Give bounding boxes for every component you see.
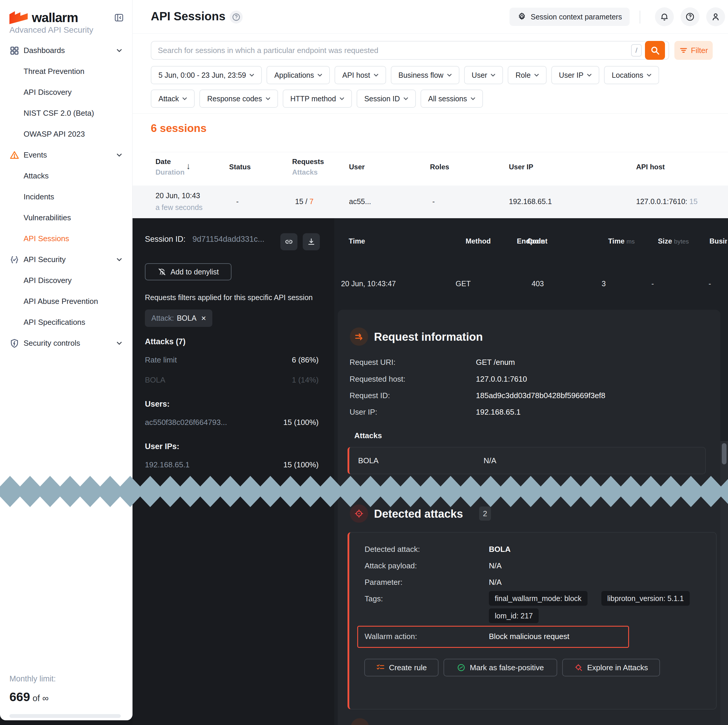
rq-col-time[interactable]: Time: [349, 237, 365, 245]
gear-icon: [517, 12, 526, 21]
search-button[interactable]: [645, 41, 665, 60]
col-requests[interactable]: Requests: [292, 158, 324, 166]
stat-user-label[interactable]: ac550f38c026f664793...: [145, 418, 227, 427]
detected-attack-value: BOLA: [489, 545, 511, 554]
monthly-limit-value: 669 of ∞: [9, 690, 124, 704]
chevron-down-icon: [447, 73, 452, 77]
chip-label: Attack:: [151, 314, 174, 323]
logo[interactable]: wallarm: [9, 10, 125, 25]
filter-user[interactable]: User: [464, 66, 503, 84]
tag-lom-id[interactable]: lom_id: 217: [489, 609, 538, 623]
session-id-label: Session ID:: [145, 235, 185, 243]
sidebar-item-api-discovery[interactable]: API Discovery: [0, 270, 133, 291]
attack-bola-card[interactable]: BOLA N/A: [347, 447, 706, 474]
account-button[interactable]: [706, 8, 725, 26]
sidebar-item-api-specifications[interactable]: API Specifications: [0, 312, 133, 333]
session-context-parameters-button[interactable]: Session context parameters: [509, 8, 630, 26]
filter-button-label: Filter: [691, 46, 708, 55]
rq-col-business[interactable]: Busin: [710, 237, 727, 245]
sidebar-collapse-button[interactable]: [113, 12, 125, 24]
sidebar-item-threat-prevention[interactable]: Threat Prevention: [0, 61, 133, 82]
session-requests: 15 / 7: [295, 197, 314, 206]
close-icon[interactable]: ×: [201, 314, 206, 323]
col-status[interactable]: Status: [229, 163, 251, 171]
user-ip-label: User IP:: [350, 408, 377, 417]
filter-api-host[interactable]: API host: [335, 66, 386, 84]
create-rule-button[interactable]: Create rule: [364, 659, 439, 676]
sidebar-item-nist-csf[interactable]: NIST CSF 2.0 (Beta): [0, 103, 133, 124]
explore-in-attacks-button[interactable]: Explore in Attacks: [562, 659, 660, 676]
search-input[interactable]: [158, 42, 617, 59]
col-duration[interactable]: Duration: [156, 168, 185, 176]
sidebar-item-api-abuse-prevention[interactable]: API Abuse Prevention: [0, 291, 133, 312]
filter-http-method[interactable]: HTTP method: [283, 90, 352, 108]
stat-rate-limit-label[interactable]: Rate limit: [145, 355, 177, 364]
warning-triangle-icon: [10, 150, 19, 160]
requested-host-label: Requested host:: [350, 375, 405, 384]
filter-applications[interactable]: Applications: [266, 66, 330, 84]
mark-false-positive-button[interactable]: Mark as false-positive: [444, 659, 557, 676]
filter-user-ip[interactable]: User IP: [551, 66, 599, 84]
col-user-ip[interactable]: User IP: [509, 163, 533, 171]
attack-bola-filter-chip[interactable]: Attack: BOLA ×: [145, 309, 213, 327]
stat-ip-label[interactable]: 192.168.65.1: [145, 460, 190, 470]
col-attacks[interactable]: Attacks: [292, 168, 318, 176]
detail-scrollbar-thumb[interactable]: [722, 443, 726, 464]
stat-bola-label[interactable]: BOLA: [145, 375, 165, 385]
attacks-subheading: Attacks: [354, 431, 382, 440]
tag-final-wallarm-mode[interactable]: final_wallarm_mode: block: [489, 591, 587, 606]
monthly-limit-progressbar: [9, 714, 121, 718]
sidebar-item-attacks[interactable]: Attacks: [0, 165, 133, 187]
copy-link-button[interactable]: [280, 233, 297, 250]
requested-host-value: 127.0.0.1:7610: [476, 375, 527, 384]
download-button[interactable]: [303, 233, 320, 250]
user-ip-value: 192.168.65.1: [476, 408, 521, 417]
page-help-button[interactable]: [230, 11, 243, 24]
filter-attack[interactable]: Attack: [151, 90, 195, 108]
rq-col-code[interactable]: Code: [527, 237, 545, 245]
rq-col-method[interactable]: Method: [466, 237, 491, 245]
sort-desc-icon[interactable]: ↓: [186, 161, 191, 171]
wallarm-logo-icon: [9, 11, 28, 24]
sidebar-item-events[interactable]: Events: [0, 145, 133, 165]
nav-label: Dashboards: [24, 46, 65, 55]
chevron-down-icon: [340, 97, 344, 100]
filter-business-flow[interactable]: Business flow: [391, 66, 459, 84]
rq-col-size[interactable]: Size bytes: [658, 237, 689, 245]
detected-attacks-title: Detected attacks: [374, 508, 463, 520]
sidebar-item-vulnerabilities[interactable]: Vulnerabilities: [0, 207, 133, 228]
rq-col-time-ms[interactable]: Time ms: [608, 237, 635, 245]
col-user[interactable]: User: [349, 163, 365, 171]
col-roles[interactable]: Roles: [430, 163, 449, 171]
notifications-button[interactable]: [655, 8, 674, 26]
sessions-count-heading: 6 sessions: [151, 122, 206, 135]
sidebar-item-api-security[interactable]: API Security: [0, 249, 133, 270]
filter-response-codes[interactable]: Response codes: [199, 90, 278, 108]
sidebar-item-dashboards[interactable]: Dashboards: [0, 40, 133, 61]
filter-role[interactable]: Role: [508, 66, 546, 84]
sidebar-item-owasp-api[interactable]: OWASP API 2023: [0, 124, 133, 145]
request-uri-label: Request URI:: [350, 358, 396, 367]
request-business: -: [708, 280, 711, 288]
session-row[interactable]: 20 Jun, 10:43 a few seconds - 15 / 7 ac5…: [133, 185, 728, 218]
sidebar-item-api-sessions[interactable]: API Sessions: [0, 228, 133, 249]
sidebar-item-incidents[interactable]: Incidents: [0, 187, 133, 207]
session-filters-note: Requests filters applied for this specif…: [145, 293, 313, 302]
filter-date-range[interactable]: 5 Jun, 0:00 - 23 Jun, 23:59: [151, 66, 262, 84]
filter-locations[interactable]: Locations: [604, 66, 659, 84]
col-api-host[interactable]: API host: [636, 163, 665, 171]
infinity-icon: ∞: [43, 693, 49, 703]
filter-session-id[interactable]: Session ID: [356, 90, 416, 108]
add-to-denylist-button[interactable]: Add to denylist: [145, 263, 231, 280]
sessions-table-header: Date Duration ↓ Status Requests Attacks …: [133, 152, 728, 185]
filter-button[interactable]: Filter: [674, 41, 713, 60]
sidebar-item-security-controls[interactable]: Security controls: [0, 333, 133, 354]
sidebar-item-api-discovery-dash[interactable]: API Discovery: [0, 82, 133, 103]
col-date[interactable]: Date: [156, 158, 171, 166]
filter-all-sessions[interactable]: All sessions: [421, 90, 483, 108]
request-time: 20 Jun, 10:43:47: [341, 280, 396, 288]
tags-label: Tags:: [365, 594, 383, 603]
session-duration: a few seconds: [156, 203, 203, 212]
help-button[interactable]: [681, 8, 699, 26]
tag-libproton-version[interactable]: libproton_version: 5.1.1: [601, 591, 690, 606]
